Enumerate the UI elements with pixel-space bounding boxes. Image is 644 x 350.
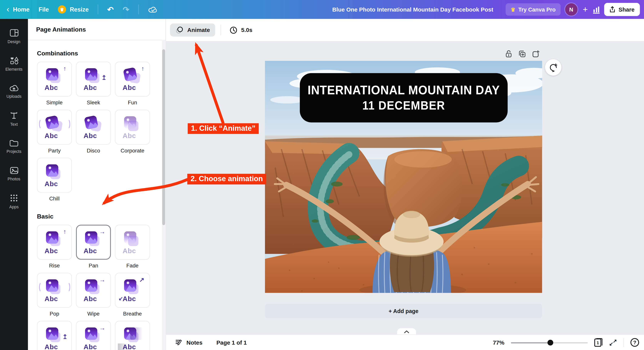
sidebar-item-label: Uploads	[6, 94, 21, 98]
home-button[interactable]: ‹ Home	[6, 6, 30, 13]
apps-icon	[10, 194, 18, 202]
photos-icon	[9, 166, 19, 174]
vibration-arc-icon	[39, 282, 44, 292]
redo-button[interactable]: ↷	[123, 6, 129, 14]
sidebar-item-label: Design	[8, 40, 20, 44]
animation-card-simple[interactable]: ↑Abc	[37, 62, 72, 96]
animation-thumbnail: →Abc	[82, 231, 105, 254]
animation-cell: ↑AbcRise	[37, 225, 72, 269]
share-button[interactable]: Share	[604, 3, 640, 16]
animation-card-disco[interactable]: Abc	[76, 110, 111, 144]
collapse-panel-tab[interactable]	[397, 328, 416, 335]
crown-icon: ♛	[510, 6, 516, 12]
animation-card-sleek[interactable]: ↥Abc	[76, 62, 111, 96]
animation-card-partial[interactable]: Abc	[115, 321, 150, 350]
add-page-button[interactable]: + Add page	[265, 304, 542, 318]
page-indicator[interactable]: Page 1 of 1	[216, 339, 247, 346]
sidebar-item-photos[interactable]: Photos	[1, 162, 26, 186]
animation-cell: AbcPop	[37, 273, 72, 317]
comment-plus-icon	[548, 62, 558, 72]
panel-content: Combinations↑AbcSimple↥AbcSleek↑AbcFunAb…	[28, 40, 162, 350]
headline-text-box[interactable]: INTERNATIONAL MOUNTAIN DAY 11 DECEMBER	[300, 73, 508, 122]
abc-glyph: Abc	[122, 295, 136, 303]
animation-card-pan[interactable]: →Abc	[76, 225, 111, 260]
animation-card-label: Chill	[37, 196, 72, 202]
animation-card-corporate[interactable]: Abc	[115, 110, 150, 144]
sidebar-item-elements[interactable]: Elements	[1, 52, 26, 76]
animation-cell: →Abc	[76, 321, 111, 350]
animation-thumbnail: Abc	[121, 231, 144, 254]
panel-scrollbar-thumb[interactable]	[162, 49, 165, 225]
divider	[220, 25, 221, 35]
animation-thumbnail: Abc	[121, 116, 144, 139]
animation-card-fun[interactable]: ↑Abc	[115, 62, 150, 96]
animation-card-chill[interactable]: Abc	[37, 158, 72, 192]
animation-card-rise[interactable]: ↑Abc	[37, 225, 72, 260]
animation-thumbnail: Abc	[121, 327, 144, 350]
expand-arrow-ne-icon: ↗	[613, 338, 617, 344]
design-icon	[9, 28, 19, 37]
animation-card-party[interactable]: Abc	[37, 110, 72, 144]
zoom-slider[interactable]	[511, 340, 588, 346]
status-bar: Notes Page 1 of 1 77% 1 ↗ ↙ ?	[166, 334, 644, 350]
help-button[interactable]: ?	[630, 338, 639, 347]
resize-label: Resize	[70, 6, 89, 13]
notes-button[interactable]: Notes	[175, 338, 202, 346]
sidebar-item-design[interactable]: Design	[1, 24, 26, 48]
file-menu-button[interactable]: File	[39, 6, 49, 13]
grid-view-button[interactable]: 1	[594, 338, 602, 347]
duplicate-page-button[interactable]	[518, 50, 526, 58]
save-status-button[interactable]	[148, 6, 158, 13]
comment-button[interactable]	[545, 59, 562, 76]
animation-card-fade[interactable]: Abc	[115, 225, 150, 260]
animation-cell: ↑AbcSimple	[37, 62, 72, 106]
animation-thumbnail: Abc	[43, 164, 66, 187]
sidebar-item-text[interactable]: Text	[1, 107, 26, 131]
vibration-arc-icon	[65, 118, 70, 129]
try-canva-pro-button[interactable]: ♛ Try Canva Pro	[506, 3, 561, 16]
animation-thumbnail: Abc	[82, 116, 105, 139]
animation-cell: AbcCorporate	[115, 110, 150, 154]
abc-glyph: Abc	[45, 246, 58, 254]
animation-cell: ↑AbcFun	[115, 62, 150, 106]
add-page-icon-button[interactable]	[532, 50, 540, 58]
animation-card-wipe[interactable]: →Abc	[76, 273, 111, 308]
resize-button[interactable]: ♛ Resize	[58, 6, 89, 14]
document-title[interactable]: Blue One Photo International Mountain Da…	[288, 6, 538, 13]
animation-card-label: Disco	[76, 148, 111, 154]
insights-button[interactable]	[593, 6, 600, 14]
fullscreen-button[interactable]: ↗ ↙	[609, 338, 617, 346]
pro-crown-icon: ♛	[58, 6, 66, 14]
animation-card-pop[interactable]: Abc	[37, 273, 72, 308]
editor-toolbar: Animate 5.0s	[166, 19, 644, 41]
undo-button[interactable]: ↶	[107, 6, 114, 14]
animation-card-partial[interactable]: →Abc	[76, 321, 111, 350]
undo-icon: ↶	[107, 6, 114, 14]
add-member-button[interactable]: +	[582, 4, 588, 14]
animation-cards-grid: ↑AbcRise→AbcPanAbcFadeAbcPop→AbcWipe↗↙Ab…	[37, 225, 162, 350]
design-page[interactable]: INTERNATIONAL MOUNTAIN DAY 11 DECEMBER	[265, 61, 542, 293]
animate-button[interactable]: Animate	[170, 24, 215, 36]
abc-glyph: Abc	[84, 343, 97, 350]
zoom-level[interactable]: 77%	[493, 339, 504, 346]
try-pro-label: Try Canva Pro	[518, 6, 556, 12]
zoom-slider-thumb[interactable]	[548, 340, 553, 346]
animation-card-breathe[interactable]: ↗↙Abc	[115, 273, 150, 308]
animation-thumbnail: →Abc	[82, 279, 105, 302]
avatar[interactable]: N	[565, 3, 578, 16]
duration-button[interactable]: 5.0s	[226, 26, 256, 34]
sidebar-item-projects[interactable]: Projects	[1, 134, 26, 158]
animate-motion-icon	[175, 26, 184, 34]
workspace: INTERNATIONAL MOUNTAIN DAY 11 DECEMBER +…	[166, 41, 644, 335]
sidebar-item-apps[interactable]: Apps	[1, 190, 26, 213]
section-title-basic: Basic	[37, 213, 162, 220]
animation-card-partial[interactable]: ↥Abc	[37, 321, 72, 350]
animation-thumbnail: ↑Abc	[43, 68, 66, 91]
animation-cell: ↥AbcSleek	[76, 62, 111, 106]
home-label: Home	[13, 6, 30, 13]
lock-button[interactable]	[504, 50, 512, 58]
share-upload-icon	[610, 6, 615, 13]
page-animations-panel: Page Animations Combinations↑AbcSimple↥A…	[28, 19, 166, 350]
sidebar-item-uploads[interactable]: Uploads	[1, 79, 26, 103]
add-page-icon	[532, 50, 540, 58]
